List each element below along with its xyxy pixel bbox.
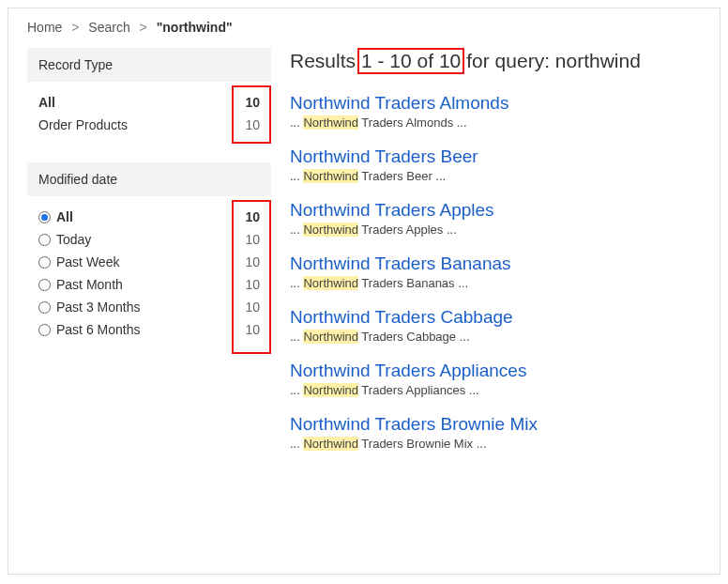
radio-icon[interactable] — [38, 301, 51, 314]
search-result: Northwind Traders Appliances ... Northwi… — [290, 361, 701, 397]
snippet-post: Traders Beer ... — [358, 169, 446, 183]
snippet-post: Traders Cabbage ... — [358, 330, 470, 344]
facet-item-date-all[interactable]: All 10 — [38, 206, 264, 228]
snippet-post: Traders Appliances ... — [358, 383, 479, 397]
radio-icon[interactable] — [38, 279, 51, 291]
search-result: Northwind Traders Almonds ... Northwind … — [290, 93, 701, 130]
snippet-highlight: Northwind — [303, 169, 358, 183]
result-title-link[interactable]: Northwind Traders Apples — [290, 200, 701, 221]
facet-item-order-products[interactable]: Order Products 10 — [38, 114, 264, 136]
facet-item-count: 10 — [232, 254, 260, 269]
result-title-link[interactable]: Northwind Traders Almonds — [290, 93, 701, 114]
facet-item-count: 10 — [232, 117, 260, 132]
radio-icon[interactable] — [38, 256, 51, 269]
results-range-highlight: 1 - 10 of 10 — [357, 48, 464, 74]
snippet-pre: ... — [290, 437, 303, 451]
facet-item-label: Past Week — [56, 254, 119, 269]
page-frame: Home > Search > "northwind" Record Type … — [8, 8, 720, 575]
breadcrumb-search[interactable]: Search — [88, 20, 129, 35]
result-title-link[interactable]: Northwind Traders Cabbage — [290, 307, 701, 328]
search-result: Northwind Traders Beer ... Northwind Tra… — [290, 146, 701, 183]
search-result: Northwind Traders Apples ... Northwind T… — [290, 200, 701, 237]
search-result: Northwind Traders Cabbage ... Northwind … — [290, 307, 701, 344]
sidebar: Record Type All 10 Order Products 10 Mod… — [27, 48, 271, 468]
result-title-link[interactable]: Northwind Traders Appliances — [290, 361, 701, 381]
result-snippet: ... Northwind Traders Beer ... — [290, 169, 701, 183]
facet-body-modified-date: All 10 Today 10 Past Week 10 Past Month … — [27, 196, 271, 350]
facet-item-date-past-3-months[interactable]: Past 3 Months 10 — [38, 296, 264, 318]
snippet-highlight: Northwind — [303, 276, 358, 290]
facet-item-count: 10 — [232, 322, 260, 337]
result-title-link[interactable]: Northwind Traders Beer — [290, 146, 701, 167]
facet-item-count: 10 — [232, 95, 260, 110]
facet-item-label: Past 3 Months — [56, 300, 141, 315]
facet-item-all[interactable]: All 10 — [38, 91, 264, 114]
snippet-highlight: Northwind — [303, 223, 358, 237]
snippet-post: Traders Almonds ... — [358, 115, 467, 130]
content: Record Type All 10 Order Products 10 Mod… — [27, 48, 701, 468]
snippet-post: Traders Apples ... — [358, 223, 457, 237]
facet-item-label: Past Month — [56, 277, 123, 292]
result-snippet: ... Northwind Traders Bananas ... — [290, 276, 701, 290]
results-header: Results 1 - 10 of 10 for query: northwin… — [290, 48, 701, 74]
radio-icon[interactable] — [38, 324, 51, 336]
result-snippet: ... Northwind Traders Appliances ... — [290, 383, 701, 397]
snippet-pre: ... — [290, 223, 303, 237]
facet-body-record-type: All 10 Order Products 10 — [27, 82, 271, 146]
result-snippet: ... Northwind Traders Almonds ... — [290, 115, 701, 130]
breadcrumb-separator: > — [71, 20, 79, 35]
breadcrumb-separator: > — [140, 20, 147, 35]
results-main: Results 1 - 10 of 10 for query: northwin… — [290, 48, 701, 468]
facet-header-record-type: Record Type — [27, 48, 271, 82]
radio-icon[interactable] — [38, 234, 51, 246]
snippet-highlight: Northwind — [303, 115, 358, 130]
facet-record-type: Record Type All 10 Order Products 10 — [27, 48, 271, 146]
snippet-highlight: Northwind — [303, 437, 358, 451]
result-snippet: ... Northwind Traders Brownie Mix ... — [290, 437, 701, 451]
results-header-query-text: northwind — [555, 50, 641, 72]
facet-item-count: 10 — [232, 232, 260, 247]
facet-item-date-today[interactable]: Today 10 — [38, 228, 264, 251]
breadcrumb: Home > Search > "northwind" — [27, 20, 701, 35]
facet-item-count: 10 — [232, 300, 260, 315]
facet-item-label: All — [38, 95, 55, 110]
facet-item-count: 10 — [232, 277, 260, 292]
result-title-link[interactable]: Northwind Traders Bananas — [290, 254, 701, 274]
radio-icon[interactable] — [38, 211, 51, 223]
facet-item-count: 10 — [232, 209, 260, 224]
facet-item-date-past-month[interactable]: Past Month 10 — [38, 273, 264, 296]
facet-header-modified-date: Modified date — [27, 162, 271, 196]
result-snippet: ... Northwind Traders Apples ... — [290, 223, 701, 237]
facet-item-label: Today — [56, 232, 91, 247]
snippet-post: Traders Bananas ... — [358, 276, 468, 290]
results-header-mid: for query: — [466, 50, 550, 72]
snippet-pre: ... — [290, 115, 303, 130]
snippet-post: Traders Brownie Mix ... — [358, 437, 487, 451]
result-snippet: ... Northwind Traders Cabbage ... — [290, 330, 701, 344]
facet-modified-date: Modified date All 10 Today 10 Past Week … — [27, 162, 271, 350]
facet-item-label: All — [56, 209, 73, 224]
facet-item-date-past-6-months[interactable]: Past 6 Months 10 — [38, 318, 264, 341]
search-result: Northwind Traders Brownie Mix ... Northw… — [290, 414, 701, 451]
result-title-link[interactable]: Northwind Traders Brownie Mix — [290, 414, 701, 435]
snippet-pre: ... — [290, 383, 303, 397]
breadcrumb-query: "northwind" — [157, 20, 233, 35]
snippet-highlight: Northwind — [303, 383, 358, 397]
results-header-prefix: Results — [290, 50, 356, 72]
snippet-highlight: Northwind — [303, 330, 358, 344]
facet-item-label: Order Products — [38, 117, 128, 132]
facet-item-label: Past 6 Months — [56, 322, 141, 337]
snippet-pre: ... — [290, 276, 303, 290]
search-result: Northwind Traders Bananas ... Northwind … — [290, 254, 701, 290]
snippet-pre: ... — [290, 169, 303, 183]
facet-item-date-past-week[interactable]: Past Week 10 — [38, 251, 264, 273]
breadcrumb-home[interactable]: Home — [27, 20, 62, 35]
snippet-pre: ... — [290, 330, 303, 344]
